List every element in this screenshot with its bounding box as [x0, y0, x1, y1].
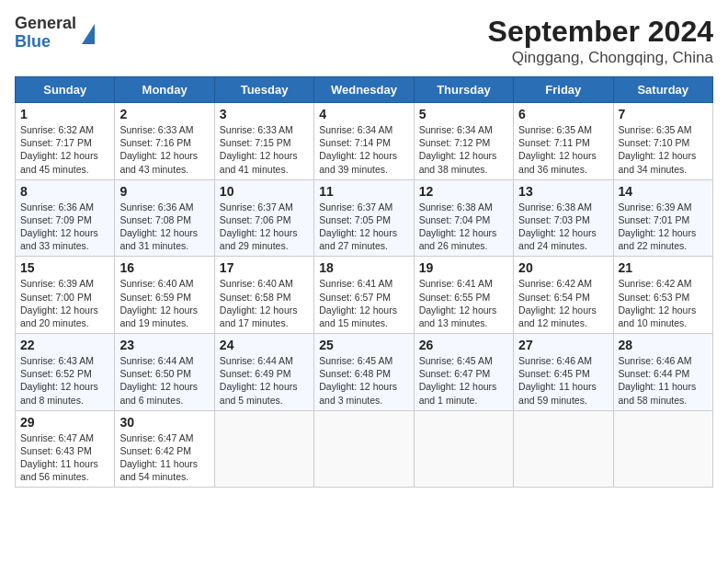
day-number: 21	[619, 260, 708, 275]
calendar-cell: 5Sunrise: 6:34 AM Sunset: 7:12 PM Daylig…	[414, 103, 513, 180]
day-number: 25	[319, 338, 408, 352]
calendar-cell: 10Sunrise: 6:37 AM Sunset: 7:06 PM Dayli…	[214, 179, 313, 257]
header-day-thursday: Thursday	[414, 77, 513, 103]
calendar-cell: 20Sunrise: 6:42 AM Sunset: 6:54 PM Dayli…	[514, 257, 613, 334]
day-info: Sunrise: 6:45 AM Sunset: 6:48 PM Dayligh…	[319, 354, 408, 407]
week-row-3: 15Sunrise: 6:39 AM Sunset: 7:00 PM Dayli…	[16, 257, 713, 334]
week-row-4: 22Sunrise: 6:43 AM Sunset: 6:52 PM Dayli…	[16, 334, 713, 411]
day-number: 22	[20, 338, 109, 352]
day-number: 19	[419, 260, 508, 275]
day-number: 23	[119, 338, 209, 352]
calendar-cell: 24Sunrise: 6:44 AM Sunset: 6:49 PM Dayli…	[214, 334, 313, 411]
calendar-cell: 16Sunrise: 6:40 AM Sunset: 6:59 PM Dayli…	[115, 257, 214, 334]
day-info: Sunrise: 6:43 AM Sunset: 6:52 PM Dayligh…	[20, 354, 109, 407]
day-number: 2	[119, 107, 209, 121]
calendar-table: SundayMondayTuesdayWednesdayThursdayFrid…	[15, 76, 713, 488]
calendar-title: September 2024	[488, 15, 713, 49]
day-number: 18	[319, 260, 408, 275]
day-info: Sunrise: 6:42 AM Sunset: 6:53 PM Dayligh…	[619, 277, 708, 329]
calendar-cell: 11Sunrise: 6:37 AM Sunset: 7:05 PM Dayli…	[314, 179, 414, 257]
day-number: 28	[619, 338, 708, 352]
day-number: 11	[319, 184, 408, 199]
week-row-1: 1Sunrise: 6:32 AM Sunset: 7:17 PM Daylig…	[16, 103, 713, 180]
day-info: Sunrise: 6:34 AM Sunset: 7:12 PM Dayligh…	[419, 123, 508, 176]
day-info: Sunrise: 6:40 AM Sunset: 6:59 PM Dayligh…	[119, 277, 209, 329]
calendar-cell: 18Sunrise: 6:41 AM Sunset: 6:57 PM Dayli…	[314, 257, 414, 334]
calendar-cell: 4Sunrise: 6:34 AM Sunset: 7:14 PM Daylig…	[314, 103, 414, 180]
day-info: Sunrise: 6:37 AM Sunset: 7:05 PM Dayligh…	[319, 201, 408, 253]
day-info: Sunrise: 6:44 AM Sunset: 6:49 PM Dayligh…	[220, 354, 309, 407]
calendar-cell: 7Sunrise: 6:35 AM Sunset: 7:10 PM Daylig…	[613, 103, 712, 180]
calendar-cell: 22Sunrise: 6:43 AM Sunset: 6:52 PM Dayli…	[16, 334, 115, 411]
header-day-monday: Monday	[115, 77, 214, 103]
day-number: 8	[20, 184, 109, 199]
calendar-cell	[514, 410, 613, 488]
day-number: 17	[220, 260, 309, 275]
day-number: 5	[419, 107, 508, 121]
page-header: General Blue September 2024 Qinggang, Ch…	[15, 15, 713, 67]
calendar-cell: 3Sunrise: 6:33 AM Sunset: 7:15 PM Daylig…	[214, 103, 313, 180]
calendar-cell: 8Sunrise: 6:36 AM Sunset: 7:09 PM Daylig…	[16, 179, 115, 257]
day-number: 3	[220, 107, 309, 121]
day-info: Sunrise: 6:35 AM Sunset: 7:10 PM Dayligh…	[619, 123, 708, 176]
day-info: Sunrise: 6:39 AM Sunset: 7:00 PM Dayligh…	[20, 277, 109, 329]
calendar-cell	[414, 410, 513, 488]
header-row: SundayMondayTuesdayWednesdayThursdayFrid…	[16, 77, 713, 103]
day-info: Sunrise: 6:36 AM Sunset: 7:08 PM Dayligh…	[119, 201, 209, 253]
day-number: 29	[20, 415, 109, 430]
header-day-saturday: Saturday	[613, 77, 712, 103]
calendar-cell: 13Sunrise: 6:38 AM Sunset: 7:03 PM Dayli…	[514, 179, 613, 257]
day-info: Sunrise: 6:37 AM Sunset: 7:06 PM Dayligh…	[220, 201, 309, 253]
logo-text: General Blue	[15, 15, 76, 52]
day-info: Sunrise: 6:46 AM Sunset: 6:44 PM Dayligh…	[619, 354, 708, 407]
day-info: Sunrise: 6:33 AM Sunset: 7:16 PM Dayligh…	[119, 123, 209, 176]
calendar-header: SundayMondayTuesdayWednesdayThursdayFrid…	[16, 77, 713, 103]
day-info: Sunrise: 6:44 AM Sunset: 6:50 PM Dayligh…	[119, 354, 209, 407]
calendar-cell: 21Sunrise: 6:42 AM Sunset: 6:53 PM Dayli…	[613, 257, 712, 334]
day-info: Sunrise: 6:35 AM Sunset: 7:11 PM Dayligh…	[518, 123, 608, 176]
day-info: Sunrise: 6:41 AM Sunset: 6:57 PM Dayligh…	[319, 277, 408, 329]
calendar-cell: 30Sunrise: 6:47 AM Sunset: 6:42 PM Dayli…	[115, 410, 214, 488]
logo: General Blue	[15, 15, 95, 52]
calendar-cell: 9Sunrise: 6:36 AM Sunset: 7:08 PM Daylig…	[115, 179, 214, 257]
day-number: 30	[119, 415, 209, 430]
day-number: 15	[20, 260, 109, 275]
calendar-cell: 15Sunrise: 6:39 AM Sunset: 7:00 PM Dayli…	[16, 257, 115, 334]
calendar-cell: 12Sunrise: 6:38 AM Sunset: 7:04 PM Dayli…	[414, 179, 513, 257]
day-number: 24	[220, 338, 309, 352]
day-info: Sunrise: 6:46 AM Sunset: 6:45 PM Dayligh…	[518, 354, 608, 407]
header-day-tuesday: Tuesday	[214, 77, 313, 103]
calendar-cell: 23Sunrise: 6:44 AM Sunset: 6:50 PM Dayli…	[115, 334, 214, 411]
calendar-cell: 6Sunrise: 6:35 AM Sunset: 7:11 PM Daylig…	[514, 103, 613, 180]
day-info: Sunrise: 6:33 AM Sunset: 7:15 PM Dayligh…	[220, 123, 309, 176]
day-number: 6	[518, 107, 608, 121]
logo-arrow-icon	[82, 24, 95, 44]
calendar-cell: 1Sunrise: 6:32 AM Sunset: 7:17 PM Daylig…	[16, 103, 115, 180]
calendar-cell: 17Sunrise: 6:40 AM Sunset: 6:58 PM Dayli…	[214, 257, 313, 334]
calendar-body: 1Sunrise: 6:32 AM Sunset: 7:17 PM Daylig…	[16, 103, 713, 488]
day-number: 1	[20, 107, 109, 121]
day-number: 26	[419, 338, 508, 352]
title-block: September 2024 Qinggang, Chongqing, Chin…	[488, 15, 713, 67]
day-info: Sunrise: 6:39 AM Sunset: 7:01 PM Dayligh…	[619, 201, 708, 253]
day-info: Sunrise: 6:45 AM Sunset: 6:47 PM Dayligh…	[419, 354, 508, 407]
day-number: 7	[619, 107, 708, 121]
day-info: Sunrise: 6:42 AM Sunset: 6:54 PM Dayligh…	[518, 277, 608, 329]
day-number: 14	[619, 184, 708, 199]
calendar-cell: 29Sunrise: 6:47 AM Sunset: 6:43 PM Dayli…	[16, 410, 115, 488]
day-number: 4	[319, 107, 408, 121]
day-info: Sunrise: 6:36 AM Sunset: 7:09 PM Dayligh…	[20, 201, 109, 253]
day-info: Sunrise: 6:32 AM Sunset: 7:17 PM Dayligh…	[20, 123, 109, 176]
calendar-cell: 2Sunrise: 6:33 AM Sunset: 7:16 PM Daylig…	[115, 103, 214, 180]
calendar-subtitle: Qinggang, Chongqing, China	[488, 49, 713, 67]
day-info: Sunrise: 6:41 AM Sunset: 6:55 PM Dayligh…	[419, 277, 508, 329]
day-number: 9	[119, 184, 209, 199]
day-info: Sunrise: 6:47 AM Sunset: 6:42 PM Dayligh…	[119, 431, 209, 484]
calendar-cell: 27Sunrise: 6:46 AM Sunset: 6:45 PM Dayli…	[514, 334, 613, 411]
day-number: 10	[220, 184, 309, 199]
calendar-cell: 19Sunrise: 6:41 AM Sunset: 6:55 PM Dayli…	[414, 257, 513, 334]
header-day-sunday: Sunday	[16, 77, 115, 103]
day-info: Sunrise: 6:38 AM Sunset: 7:03 PM Dayligh…	[518, 201, 608, 253]
calendar-cell: 25Sunrise: 6:45 AM Sunset: 6:48 PM Dayli…	[314, 334, 414, 411]
day-info: Sunrise: 6:34 AM Sunset: 7:14 PM Dayligh…	[319, 123, 408, 176]
